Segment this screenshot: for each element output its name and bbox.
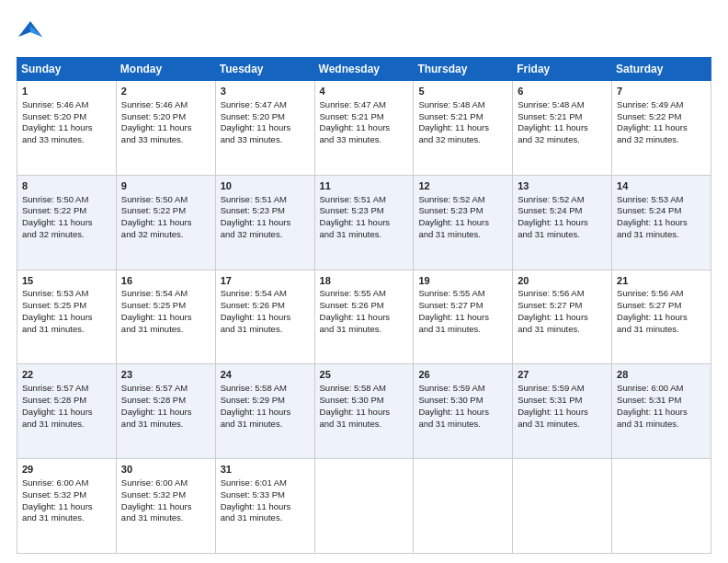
- day-number: 1: [22, 85, 112, 98]
- calendar-cell: 26Sunrise: 5:59 AMSunset: 5:30 PMDayligh…: [414, 364, 513, 459]
- calendar-cell: [314, 459, 414, 554]
- day-number: 4: [320, 85, 410, 98]
- day-number: 29: [22, 463, 112, 477]
- calendar-cell: 6Sunrise: 5:48 AMSunset: 5:21 PMDaylight…: [513, 81, 612, 176]
- calendar-cell: 16Sunrise: 5:54 AMSunset: 5:25 PMDayligh…: [116, 270, 215, 364]
- calendar-cell: 15Sunrise: 5:53 AMSunset: 5:25 PMDayligh…: [17, 270, 117, 364]
- calendar-header-saturday: Saturday: [612, 58, 711, 81]
- calendar-cell: 3Sunrise: 5:47 AMSunset: 5:20 PMDaylight…: [215, 81, 314, 176]
- day-number: 12: [418, 179, 508, 193]
- day-number: 22: [22, 368, 112, 382]
- calendar-cell: 19Sunrise: 5:55 AMSunset: 5:27 PMDayligh…: [414, 270, 513, 364]
- calendar-cell: 18Sunrise: 5:55 AMSunset: 5:26 PMDayligh…: [314, 270, 414, 364]
- day-number: 26: [418, 368, 508, 382]
- calendar-cell: 14Sunrise: 5:53 AMSunset: 5:24 PMDayligh…: [612, 175, 711, 270]
- day-number: 3: [221, 85, 311, 98]
- calendar-cell: [513, 459, 612, 554]
- calendar-header-wednesday: Wednesday: [314, 58, 414, 81]
- calendar-cell: 25Sunrise: 5:58 AMSunset: 5:30 PMDayligh…: [314, 364, 414, 459]
- calendar-cell: 5Sunrise: 5:48 AMSunset: 5:21 PMDaylight…: [414, 81, 513, 176]
- calendar-cell: 23Sunrise: 5:57 AMSunset: 5:28 PMDayligh…: [116, 364, 215, 459]
- day-number: 18: [320, 274, 410, 288]
- calendar-week-row: 22Sunrise: 5:57 AMSunset: 5:28 PMDayligh…: [17, 364, 711, 459]
- day-number: 9: [121, 179, 211, 193]
- day-number: 27: [518, 368, 608, 382]
- header: [17, 17, 711, 48]
- calendar-header-monday: Monday: [116, 58, 215, 81]
- day-number: 2: [121, 85, 211, 98]
- day-number: 6: [518, 85, 608, 98]
- calendar-cell: 20Sunrise: 5:56 AMSunset: 5:27 PMDayligh…: [513, 270, 612, 364]
- calendar-cell: 9Sunrise: 5:50 AMSunset: 5:22 PMDaylight…: [116, 175, 215, 270]
- calendar-cell: 22Sunrise: 5:57 AMSunset: 5:28 PMDayligh…: [17, 364, 117, 459]
- day-number: 11: [320, 179, 410, 193]
- calendar-header-row: SundayMondayTuesdayWednesdayThursdayFrid…: [17, 58, 711, 81]
- calendar-header-sunday: Sunday: [17, 58, 117, 81]
- logo: [17, 17, 48, 48]
- calendar-cell: 2Sunrise: 5:46 AMSunset: 5:20 PMDaylight…: [116, 81, 215, 176]
- day-number: 28: [617, 368, 707, 382]
- calendar-week-row: 8Sunrise: 5:50 AMSunset: 5:22 PMDaylight…: [17, 175, 711, 270]
- calendar-header-thursday: Thursday: [414, 58, 513, 81]
- day-number: 8: [22, 179, 112, 193]
- day-number: 10: [221, 179, 311, 193]
- day-number: 15: [22, 274, 112, 288]
- day-number: 20: [518, 274, 608, 288]
- calendar-cell: [414, 459, 513, 554]
- calendar-cell: 4Sunrise: 5:47 AMSunset: 5:21 PMDaylight…: [314, 81, 414, 176]
- calendar-cell: [612, 459, 711, 554]
- calendar-week-row: 15Sunrise: 5:53 AMSunset: 5:25 PMDayligh…: [17, 270, 711, 364]
- day-number: 23: [121, 368, 211, 382]
- calendar-table: SundayMondayTuesdayWednesdayThursdayFrid…: [17, 57, 711, 554]
- day-number: 14: [617, 179, 707, 193]
- calendar-cell: 11Sunrise: 5:51 AMSunset: 5:23 PMDayligh…: [314, 175, 414, 270]
- calendar-header-friday: Friday: [513, 58, 612, 81]
- calendar-header-tuesday: Tuesday: [215, 58, 314, 81]
- day-number: 24: [221, 368, 311, 382]
- calendar-week-row: 29Sunrise: 6:00 AMSunset: 5:32 PMDayligh…: [17, 459, 711, 554]
- day-number: 5: [418, 85, 508, 98]
- page: SundayMondayTuesdayWednesdayThursdayFrid…: [0, 0, 728, 563]
- day-number: 17: [221, 274, 311, 288]
- calendar-cell: 30Sunrise: 6:00 AMSunset: 5:32 PMDayligh…: [116, 459, 215, 554]
- day-number: 13: [518, 179, 608, 193]
- calendar-cell: 28Sunrise: 6:00 AMSunset: 5:31 PMDayligh…: [612, 364, 711, 459]
- calendar-cell: 10Sunrise: 5:51 AMSunset: 5:23 PMDayligh…: [215, 175, 314, 270]
- calendar-cell: 21Sunrise: 5:56 AMSunset: 5:27 PMDayligh…: [612, 270, 711, 364]
- calendar-cell: 1Sunrise: 5:46 AMSunset: 5:20 PMDaylight…: [17, 81, 117, 176]
- calendar-cell: 12Sunrise: 5:52 AMSunset: 5:23 PMDayligh…: [414, 175, 513, 270]
- calendar-cell: 27Sunrise: 5:59 AMSunset: 5:31 PMDayligh…: [513, 364, 612, 459]
- day-number: 30: [121, 463, 211, 477]
- calendar-cell: 8Sunrise: 5:50 AMSunset: 5:22 PMDaylight…: [17, 175, 117, 270]
- day-number: 25: [320, 368, 410, 382]
- calendar-cell: 24Sunrise: 5:58 AMSunset: 5:29 PMDayligh…: [215, 364, 314, 459]
- day-number: 7: [617, 85, 707, 98]
- day-number: 16: [121, 274, 211, 288]
- calendar-cell: 29Sunrise: 6:00 AMSunset: 5:32 PMDayligh…: [17, 459, 117, 554]
- calendar-cell: 17Sunrise: 5:54 AMSunset: 5:26 PMDayligh…: [215, 270, 314, 364]
- day-number: 31: [221, 463, 311, 477]
- calendar-cell: 31Sunrise: 6:01 AMSunset: 5:33 PMDayligh…: [215, 459, 314, 554]
- calendar-week-row: 1Sunrise: 5:46 AMSunset: 5:20 PMDaylight…: [17, 81, 711, 176]
- calendar-cell: 13Sunrise: 5:52 AMSunset: 5:24 PMDayligh…: [513, 175, 612, 270]
- day-number: 21: [617, 274, 707, 288]
- calendar-cell: 7Sunrise: 5:49 AMSunset: 5:22 PMDaylight…: [612, 81, 711, 176]
- day-number: 19: [418, 274, 508, 288]
- logo-bird-icon: [17, 17, 44, 48]
